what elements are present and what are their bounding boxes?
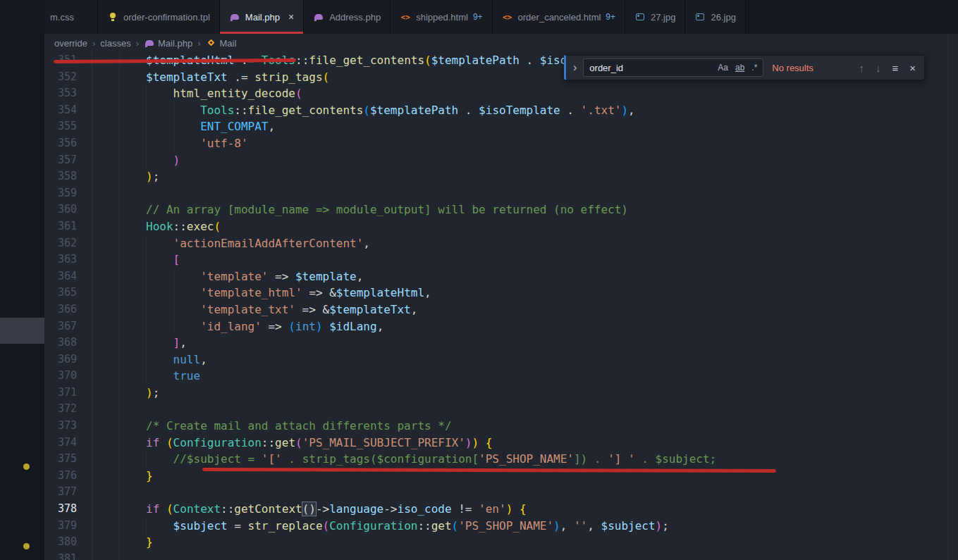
- indent-guide: [119, 351, 147, 368]
- match-case-icon[interactable]: Aa: [715, 62, 731, 73]
- tab-order-confirmation.tpl[interactable]: order-confirmation.tpl: [98, 0, 220, 34]
- indent-guide: [173, 301, 201, 318]
- breadcrumb-item-Mail.php[interactable]: Mail.php: [144, 37, 192, 49]
- breadcrumb-item-classes[interactable]: classes: [100, 38, 130, 49]
- indent-guide: [119, 484, 147, 501]
- find-expand-chevron-icon[interactable]: ›: [571, 61, 579, 74]
- html-file-icon: <>: [502, 11, 513, 23]
- code-line-374[interactable]: 374if (Configuration::get('PS_MAIL_SUBJE…: [44, 435, 958, 452]
- line-number: 357: [44, 152, 92, 169]
- code-token: 'PS_MAIL_SUBJECT_PREFIX': [302, 436, 465, 449]
- code-line-366[interactable]: 366'template_txt' => &$templateTxt,: [44, 301, 958, 318]
- whole-word-icon[interactable]: ab: [732, 62, 747, 73]
- code-line-363[interactable]: 363[: [44, 251, 958, 268]
- indent-guide: [119, 534, 147, 551]
- code-token: ,: [628, 104, 635, 117]
- code-token: ): [656, 519, 663, 533]
- indent-guide: [92, 418, 119, 435]
- code-line-368[interactable]: 368],: [44, 335, 958, 351]
- indent-guide: [119, 268, 147, 285]
- gutter-dot-icon[interactable]: [23, 463, 30, 470]
- tab-close-icon[interactable]: ×: [288, 11, 294, 23]
- code-line-365[interactable]: 365'template_html' => &$templateHtml,: [44, 285, 958, 301]
- code-token: ,: [363, 237, 370, 250]
- code-token: ): [621, 104, 628, 117]
- code-token: .=: [228, 70, 255, 84]
- tab-bar: m.cssorder-confirmation.tplMail.php×Addr…: [44, 0, 958, 34]
- editor[interactable]: 351$templateHtml .= Tools::file_get_cont…: [44, 52, 958, 560]
- code-line-378[interactable]: 378if (Context::getContext()->language->…: [44, 501, 958, 518]
- indent-guide: [173, 135, 201, 152]
- code-token: Configuration: [173, 436, 262, 449]
- line-number: 368: [44, 335, 92, 351]
- tab-27.jpg[interactable]: 27.jpg: [625, 0, 685, 34]
- indent-guide: [92, 118, 119, 135]
- code-token: exec: [187, 220, 214, 233]
- php-file-icon: [229, 11, 240, 23]
- code-token: (: [288, 320, 295, 333]
- code-token: }: [146, 469, 153, 483]
- indent-guide: [92, 468, 119, 485]
- code-token: 'id_lang': [200, 320, 262, 333]
- find-in-selection-icon[interactable]: ≡: [888, 61, 902, 75]
- indent-guide: [119, 418, 147, 435]
- tab-m.css[interactable]: m.css: [44, 0, 98, 34]
- breadcrumb-item-override[interactable]: override: [54, 38, 87, 49]
- line-number: 373: [44, 418, 92, 435]
- code-line-361[interactable]: 361Hook::exec(: [44, 218, 958, 235]
- code-line-370[interactable]: 370true: [44, 368, 958, 385]
- find-next-icon[interactable]: ↓: [872, 61, 885, 75]
- code-line-364[interactable]: 364'template' => $template,: [44, 268, 958, 285]
- line-number: 378: [44, 501, 92, 518]
- code-token: (: [166, 502, 173, 516]
- code-token: file_get_contents: [309, 54, 424, 67]
- code-token: ]: [173, 336, 180, 349]
- code-token: (: [363, 104, 370, 117]
- find-input[interactable]: [589, 63, 713, 73]
- tab-Mail.php[interactable]: Mail.php×: [220, 0, 304, 34]
- tab-Address.php[interactable]: Address.php: [304, 0, 391, 34]
- code-line-354[interactable]: 354Tools::file_get_contents($templatePat…: [44, 102, 958, 119]
- code-line-377[interactable]: 377: [44, 484, 958, 501]
- code-token: (: [323, 519, 330, 533]
- indent-guide: [119, 251, 147, 268]
- breadcrumb-item-Mail[interactable]: Mail: [206, 37, 237, 49]
- code-line-379[interactable]: 379$subject = str_replace(Configuration:…: [44, 518, 958, 535]
- code-line-356[interactable]: 356'utf-8': [44, 135, 958, 152]
- code-line-359[interactable]: 359: [44, 185, 958, 202]
- find-close-icon[interactable]: ×: [906, 61, 919, 75]
- code-line-381[interactable]: 381: [44, 551, 958, 560]
- code-line-358[interactable]: 358);: [44, 168, 958, 185]
- code-token: if: [146, 502, 159, 516]
- code-line-373[interactable]: 373/* Create mail and attach differents …: [44, 418, 958, 435]
- code-line-357[interactable]: 357): [44, 152, 958, 169]
- indent-guide: [92, 135, 119, 152]
- code-line-371[interactable]: 371);: [44, 385, 958, 402]
- code-area[interactable]: 351$templateHtml .= Tools::file_get_cont…: [44, 52, 958, 560]
- indent-guide: [119, 201, 147, 218]
- code-token: get: [275, 436, 295, 449]
- code-line-372[interactable]: 372: [44, 401, 958, 418]
- indent-guide: [146, 235, 173, 252]
- line-number: 367: [44, 318, 92, 335]
- line-number: 370: [44, 368, 92, 385]
- find-previous-icon[interactable]: ↑: [855, 61, 868, 75]
- tab-shipped.html[interactable]: <>shipped.html9+: [391, 0, 492, 34]
- code-line-353[interactable]: 353html_entity_decode(: [44, 85, 958, 102]
- code-line-380[interactable]: 380}: [44, 534, 958, 551]
- editor-left-margin: [0, 0, 44, 560]
- code-line-375[interactable]: 375//$subject = '[' . strip_tags($config…: [44, 451, 958, 468]
- tab-order_canceled.html[interactable]: <>order_canceled.html9+: [493, 0, 625, 34]
- breadcrumb-separator: ›: [136, 38, 139, 49]
- code-line-355[interactable]: 355ENT_COMPAT,: [44, 118, 958, 135]
- code-line-367[interactable]: 367'id_lang' => (int) $idLang,: [44, 318, 958, 335]
- tab-26.jpg[interactable]: 26.jpg: [685, 0, 745, 34]
- code-line-360[interactable]: 360// An array [module_name => module_ou…: [44, 201, 958, 218]
- code-token: ,: [377, 320, 384, 333]
- code-line-369[interactable]: 369null,: [44, 351, 958, 368]
- regex-icon[interactable]: .*: [749, 62, 760, 73]
- code-token: int: [295, 320, 316, 333]
- code-token: ->: [316, 502, 329, 516]
- code-line-362[interactable]: 362'actionEmailAddAfterContent',: [44, 235, 958, 252]
- gutter-dot-icon[interactable]: [23, 543, 30, 549]
